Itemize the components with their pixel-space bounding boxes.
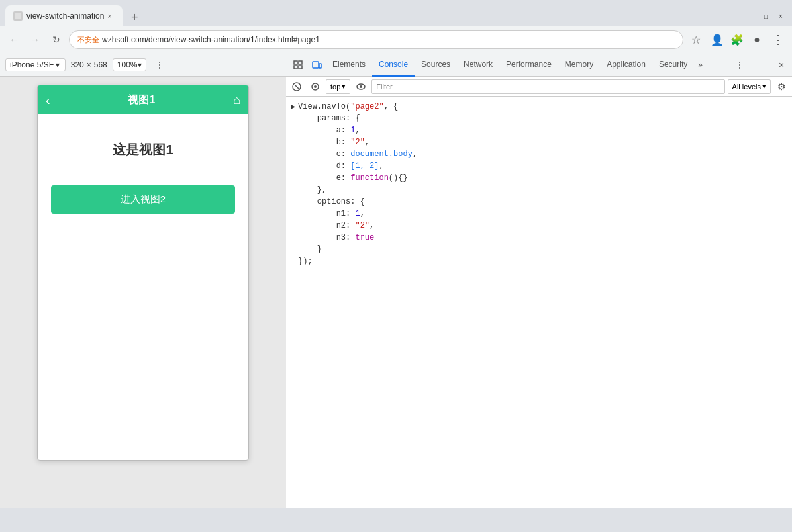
minimize-button[interactable]: —	[746, 10, 758, 22]
phone-view-title: 视图1	[50, 93, 233, 107]
expand-arrow-icon[interactable]: ▶	[291, 102, 295, 112]
tab-sources[interactable]: Sources	[415, 53, 457, 77]
device-mode-button[interactable]	[307, 56, 326, 74]
tab-close-button[interactable]: ×	[104, 11, 115, 21]
zoom-selector[interactable]: 100% ▾	[113, 58, 146, 71]
title-bar: view-switch-animation × + — □ ×	[0, 0, 792, 26]
console-log-entry: ▶ View.navTo("page2", { params: { a: 1, …	[286, 99, 792, 269]
device-more-button[interactable]: ⋮	[152, 57, 168, 73]
browser-tab[interactable]: view-switch-animation ×	[5, 5, 123, 26]
phone-view-label: 这是视图1	[51, 141, 235, 159]
zoom-chevron-icon: ▾	[138, 60, 142, 69]
profile-circle-button[interactable]: ●	[748, 31, 766, 48]
context-chevron-icon: ▾	[342, 82, 346, 91]
console-settings-button[interactable]: ⚙	[773, 79, 789, 95]
phone-preview-area: ‹ 视图1 ⌂ 这是视图1 进入视图2	[0, 77, 286, 468]
phone-home-icon[interactable]: ⌂	[233, 93, 240, 107]
svg-rect-6	[319, 64, 321, 68]
tab-application[interactable]: Application	[600, 53, 652, 77]
url-text: wzhsoft.com/demo/view-switch-animation/1…	[102, 35, 320, 44]
console-clear-button[interactable]	[289, 79, 305, 95]
width-value: 320	[71, 60, 84, 69]
address-bar: ← → ↻ 不安全 wzhsoft.com/demo/view-switch-a…	[0, 26, 792, 53]
user-profile-button[interactable]: 👤	[709, 31, 726, 48]
forward-button[interactable]: →	[26, 31, 44, 48]
svg-rect-4	[299, 66, 302, 69]
svg-point-10	[314, 85, 317, 88]
log-level-value: All levels	[732, 83, 761, 91]
tab-performance[interactable]: Performance	[499, 53, 558, 77]
window-controls: — □ ×	[746, 10, 787, 22]
tab-memory[interactable]: Memory	[558, 53, 600, 77]
console-toolbar: top ▾ All levels ▾ ⚙	[286, 77, 792, 97]
device-toolbar: iPhone 5/SE ▾ 320 × 568 100% ▾ ⋮	[0, 53, 286, 77]
preview-panel: iPhone 5/SE ▾ 320 × 568 100% ▾ ⋮ ‹ 视图1 ⌂	[0, 53, 286, 508]
svg-rect-2	[299, 61, 302, 64]
eye-filter-button[interactable]	[353, 79, 369, 95]
phone-navbar: ‹ 视图1 ⌂	[38, 85, 248, 114]
extension-button[interactable]: 🧩	[728, 31, 746, 48]
phone-content: 这是视图1 进入视图2	[38, 114, 248, 227]
device-chevron-icon: ▾	[56, 60, 60, 69]
dimension-display: 320 × 568	[71, 60, 107, 69]
tab-console[interactable]: Console	[372, 53, 415, 77]
tab-bar: view-switch-animation × +	[5, 5, 740, 26]
main-layout: iPhone 5/SE ▾ 320 × 568 100% ▾ ⋮ ‹ 视图1 ⌂	[0, 53, 792, 508]
address-input[interactable]: 不安全 wzhsoft.com/demo/view-switch-animati…	[69, 30, 683, 49]
dimension-x: ×	[87, 60, 91, 69]
svg-rect-3	[294, 66, 297, 69]
devtools-close-button[interactable]: ×	[773, 57, 789, 73]
preserve-log-button[interactable]	[307, 79, 323, 95]
back-button[interactable]: ←	[5, 31, 23, 48]
maximize-button[interactable]: □	[760, 10, 772, 22]
svg-line-8	[295, 85, 299, 89]
svg-point-12	[360, 85, 362, 88]
phone-nav-button[interactable]: 进入视图2	[51, 185, 235, 214]
console-code-block: View.navTo("page2", { params: { a: 1, b:…	[298, 101, 417, 267]
console-filter-input[interactable]	[371, 79, 724, 94]
context-value: top	[330, 83, 340, 91]
device-selector[interactable]: iPhone 5/SE ▾	[5, 58, 66, 71]
svg-rect-1	[294, 61, 297, 64]
inspect-element-button[interactable]	[289, 56, 307, 74]
console-output: ▶ View.navTo("page2", { params: { a: 1, …	[286, 97, 792, 508]
log-level-chevron-icon: ▾	[762, 82, 766, 91]
new-tab-button[interactable]: +	[125, 8, 144, 26]
device-name: iPhone 5/SE	[10, 60, 54, 69]
context-selector[interactable]: top ▾	[326, 79, 350, 94]
tab-network[interactable]: Network	[457, 53, 499, 77]
devtools-menu-button[interactable]: ⋮	[732, 57, 748, 73]
devtools-panel: Elements Console Sources Network Perform…	[286, 53, 792, 508]
tab-security[interactable]: Security	[652, 53, 694, 77]
address-actions: 👤 🧩 ●	[709, 31, 766, 48]
height-value: 568	[94, 60, 107, 69]
tab-elements[interactable]: Elements	[326, 53, 372, 77]
more-tabs-button[interactable]: »	[694, 56, 707, 73]
tab-favicon	[13, 11, 23, 21]
svg-rect-0	[15, 13, 21, 19]
security-indicator: 不安全	[77, 35, 99, 45]
bookmark-button[interactable]: ☆	[687, 31, 705, 48]
tab-title: view-switch-animation	[26, 11, 104, 21]
phone-back-icon[interactable]: ‹	[46, 93, 50, 108]
svg-rect-5	[313, 62, 319, 68]
refresh-button[interactable]: ↻	[48, 31, 65, 48]
close-window-button[interactable]: ×	[775, 10, 787, 22]
browser-more-button[interactable]: ⋮	[769, 31, 787, 48]
phone-frame: ‹ 视图1 ⌂ 这是视图1 进入视图2	[37, 85, 249, 461]
zoom-value: 100%	[117, 60, 138, 69]
log-level-selector[interactable]: All levels ▾	[728, 79, 771, 94]
devtools-tab-bar: Elements Console Sources Network Perform…	[286, 53, 792, 77]
